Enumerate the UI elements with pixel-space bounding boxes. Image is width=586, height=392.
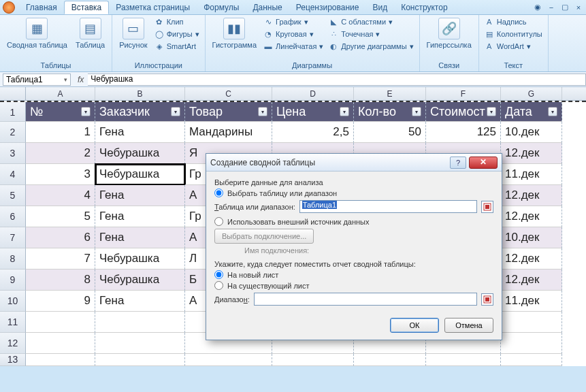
opt-select-range[interactable]: Выбрать таблицу или диапазон xyxy=(214,189,493,197)
cell[interactable]: Чебурашка xyxy=(95,270,185,291)
cell[interactable]: 50 xyxy=(354,122,426,143)
radio-existing-sheet[interactable] xyxy=(214,281,223,290)
cell[interactable]: Чебурашка xyxy=(95,248,185,270)
office-button[interactable] xyxy=(3,1,15,14)
radio-select-range[interactable] xyxy=(214,189,223,197)
cell[interactable]: Чебурашка xyxy=(95,164,185,185)
cancel-button[interactable]: Отмена xyxy=(444,318,493,333)
dest-range-input[interactable] xyxy=(254,293,477,306)
cell[interactable]: 11.дек xyxy=(501,164,562,185)
row-header[interactable]: 3 xyxy=(0,143,26,164)
row-header[interactable]: 4 xyxy=(0,164,26,185)
cell[interactable]: Гена xyxy=(95,185,185,206)
cell[interactable]: 12.дек xyxy=(501,185,562,206)
other-charts-button[interactable]: ◐Другие диаграммы ▾ xyxy=(327,41,414,52)
col-header[interactable]: C xyxy=(185,87,272,100)
tab-insert[interactable]: Вставка xyxy=(64,1,110,14)
col-header[interactable]: D xyxy=(272,87,354,100)
table-button[interactable]: ▤ Таблица xyxy=(73,16,108,50)
row-header[interactable]: 2 xyxy=(0,122,26,143)
cell[interactable]: Гена xyxy=(95,291,185,312)
tab-data[interactable]: Данные xyxy=(246,1,289,14)
cell[interactable]: 12.дек xyxy=(501,248,562,270)
range-selector-button[interactable] xyxy=(481,201,493,213)
cell[interactable]: 2,5 xyxy=(272,122,354,143)
dialog-close-button[interactable]: ✕ xyxy=(469,157,498,169)
row-header[interactable]: 8 xyxy=(0,248,26,270)
cell[interactable]: 3 xyxy=(26,164,95,185)
row-header[interactable]: 7 xyxy=(0,227,26,248)
cell[interactable]: 1 xyxy=(26,122,95,143)
radio-external-source[interactable] xyxy=(214,217,223,226)
shapes-button[interactable]: ◯Фигуры ▾ xyxy=(153,29,201,39)
formula-input[interactable]: Чебурашка xyxy=(88,74,586,86)
col-header[interactable]: G xyxy=(501,87,562,100)
close-icon[interactable]: × xyxy=(574,3,583,12)
select-all-corner[interactable] xyxy=(0,87,26,100)
cell[interactable]: 8 xyxy=(26,270,95,291)
radio-new-sheet[interactable] xyxy=(214,270,223,279)
cell[interactable]: Мандарины xyxy=(185,122,272,143)
cell[interactable]: 9 xyxy=(26,291,95,312)
filter-dropdown-icon[interactable]: ▾ xyxy=(412,107,421,116)
pivot-table-button[interactable]: ▦ Сводная таблица xyxy=(4,16,70,50)
row-header[interactable]: 6 xyxy=(0,206,26,227)
cell[interactable]: 10.дек xyxy=(501,227,562,248)
dialog-help-button[interactable]: ? xyxy=(450,157,466,169)
wordart-button[interactable]: AWordArt ▾ xyxy=(483,41,544,52)
col-header[interactable]: B xyxy=(95,87,185,100)
row-header[interactable]: 5 xyxy=(0,185,26,206)
textbox-button[interactable]: AНадпись xyxy=(483,16,544,27)
pie-chart-button[interactable]: ◔Круговая ▾ xyxy=(262,29,325,39)
tab-design[interactable]: Конструктор xyxy=(394,1,454,14)
col-header[interactable]: E xyxy=(354,87,426,100)
tab-view[interactable]: Вид xyxy=(365,1,394,14)
headerfooter-button[interactable]: ▤Колонтитулы xyxy=(483,29,544,39)
cell[interactable]: 6 xyxy=(26,227,95,248)
cell[interactable]: 5 xyxy=(26,206,95,227)
opt-existing-sheet[interactable]: На существующий лист xyxy=(214,281,493,290)
row-header[interactable]: 10 xyxy=(0,291,26,312)
row-header[interactable]: 13 xyxy=(0,354,26,366)
filter-dropdown-icon[interactable]: ▾ xyxy=(340,107,349,116)
cell[interactable]: 2 xyxy=(26,143,95,164)
cell[interactable]: 125 xyxy=(426,122,501,143)
histogram-button[interactable]: ▮▮ Гистограмма xyxy=(210,16,260,50)
cell[interactable]: Чебурашка xyxy=(95,143,185,164)
filter-dropdown-icon[interactable]: ▾ xyxy=(258,107,267,116)
row-header[interactable]: 11 xyxy=(0,312,26,333)
opt-new-sheet[interactable]: На новый лист xyxy=(214,270,493,279)
tab-formulas[interactable]: Формулы xyxy=(197,1,246,14)
filter-dropdown-icon[interactable]: ▾ xyxy=(171,107,180,116)
filter-dropdown-icon[interactable]: ▾ xyxy=(548,107,557,116)
minimize-icon[interactable]: − xyxy=(547,3,556,12)
tab-home[interactable]: Главная xyxy=(19,1,64,14)
help-icon[interactable]: ◉ xyxy=(533,3,542,12)
cell[interactable]: 12.дек xyxy=(501,206,562,227)
restore-icon[interactable]: ▢ xyxy=(560,3,570,12)
clip-button[interactable]: ✿Клип xyxy=(153,16,201,27)
row-header[interactable]: 9 xyxy=(0,270,26,291)
tab-review[interactable]: Рецензирование xyxy=(289,1,366,14)
tab-pagelayout[interactable]: Разметка страницы xyxy=(109,1,197,14)
filter-dropdown-icon[interactable]: ▾ xyxy=(81,107,91,116)
scatter-chart-button[interactable]: ∴Точечная ▾ xyxy=(327,29,414,39)
smartart-button[interactable]: ◈SmartArt xyxy=(153,41,201,52)
cell[interactable]: 11.дек xyxy=(501,291,562,312)
picture-button[interactable]: ▭ Рисунок xyxy=(116,16,150,50)
cell[interactable]: 12.дек xyxy=(501,143,562,164)
cell[interactable]: Гена xyxy=(95,122,185,143)
row-header[interactable]: 12 xyxy=(0,333,26,354)
row-header[interactable]: 1 xyxy=(0,102,26,122)
cell[interactable]: 7 xyxy=(26,248,95,270)
line-chart-button[interactable]: ∿График ▾ xyxy=(262,16,325,27)
area-chart-button[interactable]: ◣С областями ▾ xyxy=(327,16,414,27)
cell[interactable]: 4 xyxy=(26,185,95,206)
filter-dropdown-icon[interactable]: ▾ xyxy=(487,107,496,116)
cell[interactable]: 10.дек xyxy=(501,122,562,143)
cell[interactable]: Гена xyxy=(95,206,185,227)
col-header[interactable]: A xyxy=(26,87,95,100)
col-header[interactable]: F xyxy=(426,87,501,100)
range-input[interactable]: Таблица1 xyxy=(299,200,477,213)
bar-chart-button[interactable]: ▬Линейчатая ▾ xyxy=(262,41,325,52)
